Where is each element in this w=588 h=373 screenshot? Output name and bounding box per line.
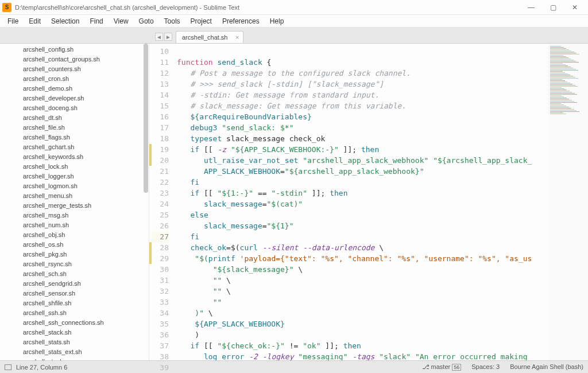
code-line[interactable]: )" \ [177, 308, 549, 318]
file-item[interactable]: arcshell_keywords.sh [0, 152, 149, 162]
code-line[interactable]: "${slack_message}" \ [177, 264, 549, 275]
file-item[interactable]: arcshell_logmon.sh [0, 181, 149, 191]
code-line[interactable]: else [177, 209, 549, 220]
code-line[interactable]: ${arcRequireBoundVariables} [177, 111, 549, 122]
file-item[interactable]: arcshell_sendgrid.sh [0, 279, 149, 289]
file-item[interactable]: arcshell_stack.sh [0, 328, 149, 337]
menu-goto[interactable]: Goto [134, 16, 159, 26]
file-item[interactable]: arcshell_file.sh [0, 123, 149, 133]
file-item[interactable]: arcshell_shfile.sh [0, 298, 149, 308]
code-line[interactable]: slack_message="${1}" [177, 220, 549, 231]
code-line[interactable]: "" \ [177, 275, 549, 286]
code-line[interactable]: fi [177, 231, 549, 242]
file-item[interactable]: arcshell_demo.sh [0, 84, 149, 94]
menu-edit[interactable]: Edit [24, 16, 46, 26]
code-line[interactable]: "" [177, 297, 549, 308]
file-item[interactable]: arcshell_sensor.sh [0, 289, 149, 298]
code-line[interactable]: # >>> send_slack [-stdin] ["slack_messag… [177, 79, 549, 90]
sidebar-scrollbar[interactable] [144, 44, 148, 285]
scrollbar-thumb[interactable] [144, 44, 148, 193]
line-number: 32 [152, 286, 169, 297]
line-number: 34 [152, 308, 169, 318]
file-item[interactable]: arcshell_logger.sh [0, 172, 149, 181]
file-item[interactable]: arcshell_ssh_connections.sh [0, 318, 149, 328]
tab-next-icon[interactable]: ► [164, 33, 172, 41]
tab-close-icon[interactable]: × [235, 34, 239, 41]
line-gutter: 1011121314151617181920212223242526272829… [149, 44, 175, 360]
file-item[interactable]: arcshell_num.sh [0, 220, 149, 230]
menu-tools[interactable]: Tools [159, 16, 185, 26]
git-branch[interactable]: ⎇ master 56 [422, 363, 462, 371]
minimap[interactable] [549, 44, 588, 360]
file-item[interactable]: arcshell_rsync.sh [0, 259, 149, 269]
code-line[interactable]: slack_message="$(cat)" [177, 199, 549, 209]
code-line[interactable]: log_error -2 -logkey "messaging" -tags "… [177, 351, 549, 360]
file-item[interactable]: arcshell_contact_groups.sh [0, 55, 149, 64]
code-line[interactable]: check_ok=$(curl --silent --data-urlencod… [177, 242, 549, 253]
menu-preferences[interactable]: Preferences [217, 16, 265, 26]
menu-project[interactable]: Project [185, 16, 217, 26]
menu-view[interactable]: View [109, 16, 134, 26]
minimize-button[interactable]: — [520, 1, 542, 14]
code-line[interactable]: if [[ "${1:-}" == "-stdin" ]]; then [177, 188, 549, 199]
code-line[interactable]: ) [177, 329, 549, 340]
status-bar: Line 27, Column 6 ⎇ master 56 Spaces: 3 … [0, 360, 588, 373]
code-line[interactable]: debug3 "send_slack: $*" [177, 122, 549, 133]
line-number: 10 [152, 46, 169, 57]
menu-file[interactable]: File [2, 16, 24, 26]
file-item[interactable]: arcshell_msg.sh [0, 211, 149, 220]
code-line[interactable] [177, 46, 549, 57]
file-item[interactable]: arcshell_ssh.sh [0, 308, 149, 318]
line-number: 17 [152, 122, 169, 133]
menu-find[interactable]: Find [84, 16, 108, 26]
console-icon[interactable] [5, 364, 11, 370]
close-button[interactable]: ✕ [564, 1, 586, 14]
menu-help[interactable]: Help [265, 16, 289, 26]
syntax-mode[interactable]: Bourne Again Shell (bash) [510, 363, 583, 371]
file-item[interactable]: arcshell_gchart.sh [0, 142, 149, 152]
file-item[interactable]: arcshell_stats.sh [0, 337, 149, 347]
file-item[interactable]: arcshell_config.sh [0, 45, 149, 55]
file-item[interactable]: arcshell_cron.sh [0, 74, 149, 84]
file-item[interactable]: arcshell_counters.sh [0, 64, 149, 74]
file-item[interactable]: arcshell_pkg.sh [0, 250, 149, 259]
code-area[interactable]: function send_slack { # Post a message t… [175, 44, 549, 360]
indent-setting[interactable]: Spaces: 3 [471, 363, 500, 371]
code-line[interactable]: APP_SLACK_WEBHOOK="${arcshell_app_slack_… [177, 166, 549, 177]
code-line[interactable]: ${APP_SLACK_WEBHOOK} [177, 318, 549, 329]
menu-selection[interactable]: Selection [46, 16, 84, 26]
code-line[interactable]: utl_raise_var_not_set "arcshell_app_slac… [177, 155, 549, 166]
code-line[interactable]: function send_slack { [177, 57, 549, 68]
file-item[interactable]: arcshell_menu.sh [0, 191, 149, 201]
code-line[interactable]: "" \ [177, 286, 549, 297]
line-number: 23 [152, 188, 169, 199]
code-line[interactable]: if [[ -z "${APP_SLACK_WEBHOOK:-}" ]]; th… [177, 144, 549, 155]
code-line[interactable]: # slack_message: Get message from this v… [177, 100, 549, 111]
code-line[interactable]: # Post a message to the configured slack… [177, 68, 549, 79]
line-number: 25 [152, 209, 169, 220]
file-item[interactable]: arcshell_dt.sh [0, 113, 149, 123]
tab-prev-icon[interactable]: ◄ [155, 33, 163, 41]
sidebar[interactable]: arcshell_config.sharcshell_contact_group… [0, 44, 149, 360]
tab-active[interactable]: arcshell_chat.sh × [176, 31, 243, 43]
file-item[interactable]: arcshell_lock.sh [0, 162, 149, 172]
code-line[interactable]: # -stdin: Get message from standard inpu… [177, 90, 549, 100]
menu-bar: FileEditSelectionFindViewGotoToolsProjec… [0, 15, 588, 28]
file-item[interactable]: arcshell_developer.sh [0, 94, 149, 103]
code-line[interactable]: if [[ "${check_ok:-}" != "ok" ]]; then [177, 340, 549, 351]
file-item[interactable]: arcshell_str.sh [0, 357, 149, 360]
editor[interactable]: 1011121314151617181920212223242526272829… [149, 44, 588, 360]
code-line[interactable]: typeset slack_message check_ok [177, 133, 549, 144]
line-number: 21 [152, 166, 169, 177]
file-item[interactable]: arcshell_doceng.sh [0, 103, 149, 113]
file-item[interactable]: arcshell_merge_tests.sh [0, 201, 149, 211]
file-item[interactable]: arcshell_os.sh [0, 240, 149, 250]
code-line[interactable]: "$(printf 'payload={"text": "%s", "chann… [177, 253, 549, 264]
file-item[interactable]: arcshell_obj.sh [0, 230, 149, 240]
maximize-button[interactable]: ▢ [542, 1, 564, 14]
line-number: 14 [152, 90, 169, 100]
file-item[interactable]: arcshell_sch.sh [0, 269, 149, 279]
file-item[interactable]: arcshell_stats_ext.sh [0, 347, 149, 357]
file-item[interactable]: arcshell_flags.sh [0, 133, 149, 142]
code-line[interactable]: fi [177, 177, 549, 188]
